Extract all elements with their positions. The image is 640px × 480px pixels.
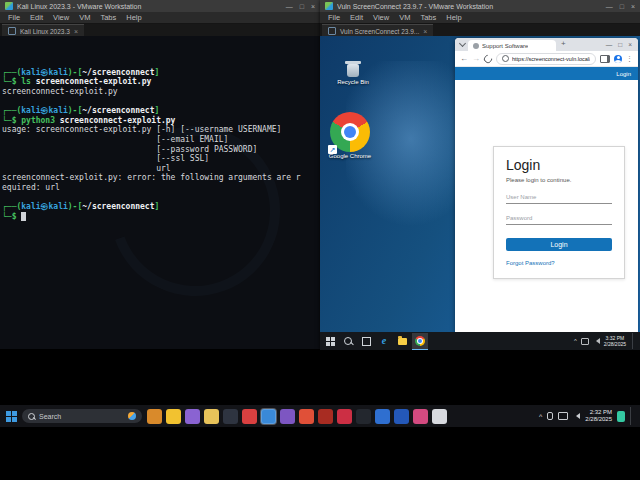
taskbar-app-app-violet[interactable] — [280, 409, 295, 424]
tab-close-icon[interactable]: × — [74, 28, 78, 35]
microphone-icon[interactable] — [547, 412, 553, 420]
maximize-icon[interactable]: □ — [620, 3, 624, 10]
taskbar-app-app-pink[interactable] — [413, 409, 428, 424]
back-icon[interactable]: ← — [460, 55, 468, 63]
menu-item-tabs[interactable]: Tabs — [100, 13, 116, 22]
display-icon[interactable] — [558, 412, 568, 420]
search-icon — [28, 413, 35, 420]
taskbar-app-app-dark-red[interactable] — [318, 409, 333, 424]
taskbar-app-app-blue-triangle[interactable] — [375, 409, 390, 424]
tray-chevron-icon[interactable]: ^ — [539, 413, 542, 420]
username-field[interactable]: User Name — [506, 194, 612, 204]
speaker-icon[interactable] — [573, 413, 580, 419]
host-search-box[interactable]: Search — [22, 409, 142, 423]
browser-close-icon[interactable]: × — [628, 41, 632, 48]
desktop-icon-recycle-bin[interactable]: Recycle Bin — [330, 60, 376, 85]
login-button[interactable]: Login — [506, 238, 612, 251]
menu-item-edit[interactable]: Edit — [350, 13, 363, 22]
notification-badge-icon[interactable] — [617, 411, 625, 422]
windows-titlebar[interactable]: Vuln ScreenConnect 23.9.7 - VMware Works… — [320, 0, 640, 12]
header-login-link[interactable]: Login — [616, 71, 631, 77]
taskbar-app-vmware-workstation[interactable] — [261, 409, 276, 424]
vm-start-button[interactable] — [322, 333, 338, 349]
menu-item-vm[interactable]: VM — [79, 13, 90, 22]
profile-avatar[interactable] — [614, 55, 622, 63]
terminal-line: └─$ python3 screenconnect-exploit.py — [2, 116, 320, 126]
menu-item-help[interactable]: Help — [446, 13, 461, 22]
chrome-icon — [415, 336, 425, 346]
menu-item-edit[interactable]: Edit — [30, 13, 43, 22]
browser-tab-title: Support Software — [482, 43, 528, 49]
site-info-icon[interactable] — [502, 55, 509, 62]
terminal-line: screenconnect-exploit.py — [2, 87, 320, 97]
recycle-bin-label: Recycle Bin — [330, 79, 376, 85]
tab-search-chevron-icon[interactable] — [459, 40, 466, 47]
taskbar-app-app-yellow-bolt[interactable] — [166, 409, 181, 424]
vm-chrome-button[interactable] — [412, 333, 428, 350]
vm-taskbar: e ^ 3:32 PM 2/28/2025 — [320, 332, 640, 350]
taskbar-app-app-blue-sphere[interactable] — [394, 409, 409, 424]
menu-item-help[interactable]: Help — [126, 13, 141, 22]
edge-icon: e — [382, 336, 386, 346]
taskbar-app-terminal-app[interactable] — [223, 409, 238, 424]
forgot-password-link[interactable]: Forgot Password? — [506, 260, 612, 266]
vm-edge-button[interactable]: e — [376, 333, 392, 349]
host-start-button[interactable] — [6, 411, 17, 422]
notification-icon[interactable] — [581, 338, 589, 345]
menu-item-file[interactable]: File — [328, 13, 340, 22]
host-clock[interactable]: 2:32 PM 2/28/2025 — [585, 409, 612, 423]
close-icon[interactable]: × — [311, 3, 315, 10]
maximize-icon[interactable]: □ — [300, 3, 304, 10]
video-frame: Kali Linux 2023.3 - VMware Workstation —… — [0, 0, 640, 480]
screenconnect-header: Login — [455, 67, 638, 80]
minimize-icon[interactable]: — — [606, 3, 613, 10]
minimize-icon[interactable]: — — [286, 3, 293, 10]
tab-close-icon[interactable]: × — [423, 28, 427, 35]
browser-tab[interactable]: Support Software — [468, 40, 556, 51]
menu-item-view[interactable]: View — [53, 13, 69, 22]
address-bar[interactable]: https://screenconnect-vuln.local/... — [496, 53, 596, 65]
password-field[interactable]: Password — [506, 215, 612, 225]
taskbar-app-file-explorer[interactable] — [204, 409, 219, 424]
login-title: Login — [506, 157, 612, 173]
host-system-tray: ^ 2:32 PM 2/28/2025 — [539, 407, 634, 425]
vm-tab-icon — [328, 27, 336, 35]
kali-terminal[interactable]: ┌──(kali㉿kali)-[~/screenconnect]└─$ ls s… — [0, 36, 320, 349]
letterbox-bottom — [0, 427, 640, 480]
browser-menu-icon[interactable]: ⋮ — [626, 55, 633, 62]
taskbar-app-app-red-shield[interactable] — [242, 409, 257, 424]
url-text: https://screenconnect-vuln.local/... — [512, 56, 590, 62]
side-panel-icon[interactable] — [600, 55, 610, 63]
new-tab-icon[interactable]: + — [561, 40, 566, 48]
show-desktop-button[interactable] — [632, 333, 635, 349]
speaker-icon[interactable] — [593, 338, 600, 344]
menu-item-tabs[interactable]: Tabs — [420, 13, 436, 22]
kali-vm-tab-label: Kali Linux 2023.3 — [20, 28, 70, 35]
taskbar-app-app-red[interactable] — [299, 409, 314, 424]
reload-icon[interactable] — [482, 53, 493, 64]
vm-search-button[interactable] — [340, 333, 356, 349]
browser-maximize-icon[interactable]: □ — [618, 41, 622, 48]
taskbar-app-app-orange[interactable] — [147, 409, 162, 424]
vm-task-view-button[interactable] — [358, 333, 374, 349]
host-time: 2:32 PM — [585, 409, 612, 416]
kali-titlebar[interactable]: Kali Linux 2023.3 - VMware Workstation —… — [0, 0, 320, 12]
host-app-icons — [147, 409, 447, 424]
taskbar-app-app-crimson[interactable] — [337, 409, 352, 424]
close-icon[interactable]: × — [631, 3, 635, 10]
desktop-icon-google-chrome[interactable]: ↗ Google Chrome — [324, 112, 376, 159]
show-desktop-button[interactable] — [630, 407, 634, 425]
vmware-logo-icon — [325, 2, 333, 10]
vm-file-explorer-button[interactable] — [394, 333, 410, 349]
tray-chevron-icon[interactable]: ^ — [574, 338, 577, 344]
browser-minimize-icon[interactable]: — — [606, 41, 613, 48]
menu-item-vm[interactable]: VM — [399, 13, 410, 22]
taskbar-app-app-dark-circle[interactable] — [356, 409, 371, 424]
taskbar-app-app-purple[interactable] — [185, 409, 200, 424]
menu-item-view[interactable]: View — [373, 13, 389, 22]
forward-icon[interactable]: → — [472, 55, 480, 63]
vm-clock[interactable]: 3:32 PM 2/28/2025 — [604, 335, 626, 347]
menu-item-file[interactable]: File — [8, 13, 20, 22]
terminal-line — [2, 97, 320, 107]
taskbar-app-app-light[interactable] — [432, 409, 447, 424]
